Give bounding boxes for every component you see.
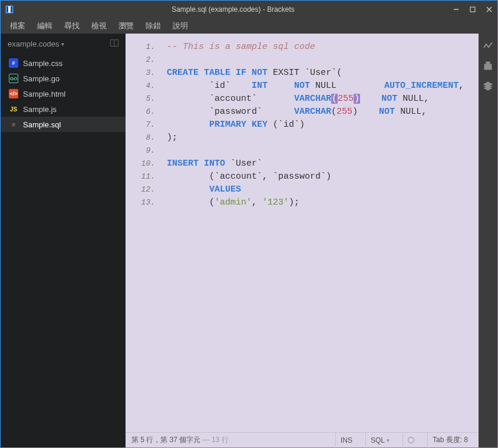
line-number: 13.: [126, 196, 155, 209]
editor[interactable]: 1.2.3.4.5.6.7.8.9.10.11.12.13. -- This i…: [126, 34, 479, 432]
file-name-label: Sample.js: [23, 105, 57, 114]
extract-icon[interactable]: [483, 81, 493, 91]
file-icon: GO: [9, 74, 18, 83]
code-area[interactable]: -- This is a sample sql code CREATE TABL…: [160, 34, 479, 432]
extension-manager-icon[interactable]: [483, 61, 493, 71]
file-name-label: Sample.go: [23, 74, 60, 83]
code-line: ('admin', '123');: [167, 196, 479, 209]
menubar: 檔案編輯尋找檢視瀏覽除錯說明: [1, 18, 497, 34]
live-preview-icon[interactable]: [483, 41, 493, 51]
menu-瀏覽[interactable]: 瀏覽: [113, 19, 140, 33]
line-number: 8.: [126, 131, 155, 144]
maximize-button[interactable]: [464, 1, 481, 18]
line-number: 10.: [126, 157, 155, 170]
menu-說明[interactable]: 說明: [167, 19, 194, 33]
cursor-position[interactable]: 第 5 行，第 37 個字元 — 13 行: [131, 435, 229, 445]
file-item-Sample.go[interactable]: GOSample.go: [1, 71, 126, 86]
lint-status[interactable]: [403, 433, 419, 448]
right-toolbar: [479, 34, 497, 447]
line-number: 3.: [126, 67, 155, 80]
titlebar: Sample.sql (example.codes) - Brackets: [1, 1, 497, 18]
file-item-Sample.css[interactable]: #Sample.css: [1, 55, 126, 71]
split-view-icon[interactable]: [110, 39, 118, 48]
file-icon: #: [9, 58, 18, 68]
chevron-down-icon: ▾: [61, 41, 64, 47]
line-gutter: 1.2.3.4.5.6.7.8.9.10.11.12.13.: [126, 34, 160, 432]
line-number: 11.: [126, 170, 155, 183]
file-item-Sample.html[interactable]: </>Sample.html: [1, 86, 126, 101]
svg-rect-10: [489, 62, 490, 64]
code-line: (`account`, `password`): [167, 170, 479, 183]
line-number: 2.: [126, 54, 155, 67]
project-header[interactable]: example.codes ▾: [1, 34, 126, 54]
close-button[interactable]: [481, 1, 497, 18]
file-item-Sample.js[interactable]: JSSample.js: [1, 101, 126, 117]
code-line: `account` VARCHAR(255) NOT NULL,: [167, 93, 479, 106]
window-title: Sample.sql (example.codes) - Brackets: [18, 5, 448, 14]
menu-檔案[interactable]: 檔案: [4, 19, 31, 33]
menu-編輯[interactable]: 編輯: [31, 19, 58, 33]
code-line: [167, 54, 479, 67]
code-line: PRIMARY KEY (`id`): [167, 118, 479, 131]
code-line: -- This is a sample sql code: [167, 41, 479, 54]
svg-rect-1: [8, 6, 11, 13]
line-number: 12.: [126, 183, 155, 196]
file-tree: #Sample.cssGOSample.go</>Sample.htmlJSSa…: [1, 54, 126, 133]
minimize-button[interactable]: [448, 1, 464, 18]
svg-rect-9: [486, 62, 488, 64]
file-icon: ≡: [9, 120, 18, 129]
code-line: );: [167, 131, 479, 144]
statusbar: 第 5 行，第 37 個字元 — 13 行 INS SQL▾ Tab 長度: 8: [126, 432, 479, 447]
line-number: 9.: [126, 144, 155, 157]
file-icon: JS: [9, 104, 18, 114]
file-name-label: Sample.css: [23, 59, 62, 68]
code-line: INSERT INTO `User`: [167, 157, 479, 170]
line-number: 4.: [126, 80, 155, 93]
language-mode[interactable]: SQL▾: [365, 433, 394, 448]
sidebar: example.codes ▾ #Sample.cssGOSample.go</…: [1, 34, 126, 447]
line-number: 7.: [126, 118, 155, 131]
file-name-label: Sample.html: [23, 90, 65, 98]
code-line: [167, 144, 479, 157]
file-item-Sample.sql[interactable]: ≡Sample.sql: [1, 117, 126, 132]
app-icon: [5, 5, 14, 14]
insert-mode[interactable]: INS: [335, 433, 357, 448]
code-line: VALUES: [167, 183, 479, 196]
svg-rect-8: [484, 64, 492, 70]
menu-尋找[interactable]: 尋找: [58, 19, 85, 33]
svg-marker-11: [484, 82, 492, 87]
line-number: 1.: [126, 41, 155, 54]
code-line: `id` INT NOT NULL AUTO_INCREMENT,: [167, 80, 479, 93]
line-number: 5.: [126, 93, 155, 106]
file-icon: </>: [9, 89, 18, 98]
project-name-label: example.codes: [8, 39, 59, 48]
line-number: 6.: [126, 106, 155, 118]
menu-除錯[interactable]: 除錯: [140, 19, 167, 33]
menu-檢視[interactable]: 檢視: [85, 19, 113, 33]
svg-rect-3: [470, 7, 475, 12]
code-line: CREATE TABLE IF NOT EXSIT `User`(: [167, 67, 479, 80]
code-line: `password` VARCHAR(255) NOT NULL,: [167, 106, 479, 118]
tab-size[interactable]: Tab 長度: 8: [427, 433, 473, 448]
file-name-label: Sample.sql: [23, 120, 61, 129]
